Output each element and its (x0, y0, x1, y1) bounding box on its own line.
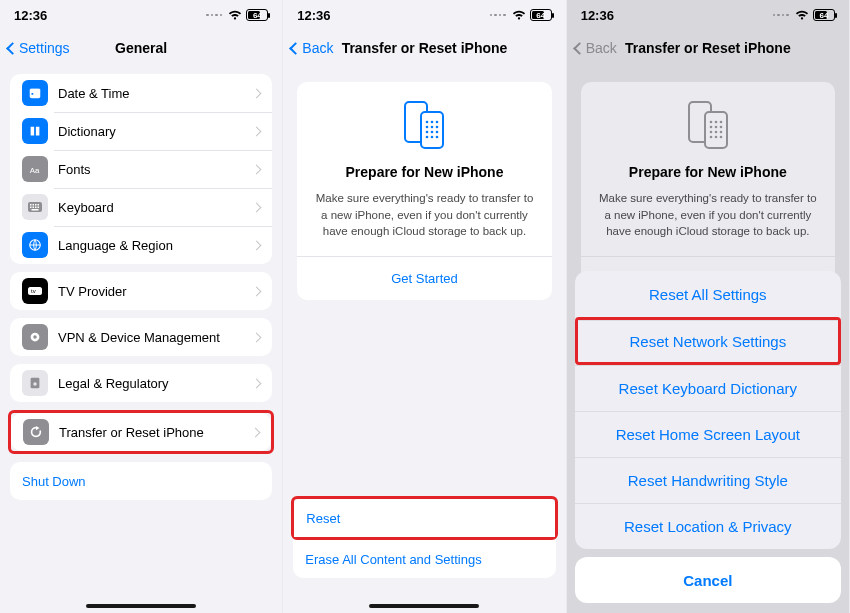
settings-group: tvTV Provider (10, 272, 272, 310)
cell-keyboard[interactable]: Keyboard (10, 188, 272, 226)
cell-fonts[interactable]: AaFonts (10, 150, 272, 188)
nav-bar: Settings General (0, 30, 282, 66)
status-bar: 12:36 64 (0, 0, 282, 30)
cell-language-region[interactable]: Language & Region (10, 226, 272, 264)
svg-point-42 (710, 131, 713, 134)
book-icon (22, 118, 48, 144)
chevron-right-icon (252, 164, 262, 174)
svg-point-33 (436, 136, 439, 139)
svg-point-46 (715, 136, 718, 139)
nav-bar: Back Transfer or Reset iPhone (283, 30, 565, 66)
svg-rect-2 (32, 93, 34, 95)
settings-group: VPN & Device Management (10, 318, 272, 356)
prepare-card: Prepare for New iPhone Make sure everyth… (297, 82, 551, 300)
get-started-button[interactable]: Get Started (311, 257, 537, 300)
svg-point-31 (426, 136, 429, 139)
sheet-option-reset-handwriting-style[interactable]: Reset Handwriting Style (575, 457, 841, 503)
status-time: 12:36 (581, 8, 614, 23)
svg-rect-9 (30, 207, 32, 209)
action-sheet: Reset All SettingsReset Network Settings… (575, 271, 841, 603)
svg-point-30 (436, 131, 439, 134)
svg-point-23 (431, 121, 434, 124)
page-title: General (115, 40, 167, 56)
cell-label: Legal & Regulatory (58, 376, 253, 391)
sheet-option-reset-keyboard-dictionary[interactable]: Reset Keyboard Dictionary (575, 365, 841, 411)
svg-point-28 (426, 131, 429, 134)
cell-label: TV Provider (58, 284, 253, 299)
svg-point-47 (720, 136, 723, 139)
sheet-option-reset-home-screen-layout[interactable]: Reset Home Screen Layout (575, 411, 841, 457)
keyboard-icon (22, 194, 48, 220)
svg-rect-12 (38, 207, 40, 209)
status-bar: 12:36 64 (283, 0, 565, 30)
chevron-right-icon (252, 88, 262, 98)
svg-text:Aa: Aa (30, 166, 40, 175)
cell-label: Dictionary (58, 124, 253, 139)
settings-group: Legal & Regulatory (10, 364, 272, 402)
shut-down-button[interactable]: Shut Down (10, 462, 272, 500)
status-bar: 12:36 64 (567, 0, 849, 30)
highlight-reset: Reset (291, 496, 557, 540)
screen-transfer-or-reset: 12:36 64 Back Transfer or Reset iPhone (283, 0, 566, 613)
status-right: 64 (206, 8, 268, 23)
cellular-icon (490, 14, 506, 17)
cell-label: Language & Region (58, 238, 253, 253)
status-time: 12:36 (14, 8, 47, 23)
cellular-icon (206, 14, 222, 17)
two-phones-icon (595, 100, 821, 150)
reset-button[interactable]: Reset (294, 499, 554, 537)
tv-icon: tv (22, 278, 48, 304)
page-title: Transfer or Reset iPhone (342, 40, 508, 56)
cell-tv-provider[interactable]: tvTV Provider (10, 272, 272, 310)
sheet-option-reset-all-settings[interactable]: Reset All Settings (575, 271, 841, 317)
cell-legal-regulatory[interactable]: Legal & Regulatory (10, 364, 272, 402)
svg-point-24 (436, 121, 439, 124)
cell-label: Fonts (58, 162, 253, 177)
sheet-option-reset-network-settings[interactable]: Reset Network Settings (575, 317, 841, 365)
chevron-right-icon (252, 332, 262, 342)
reset-icon (23, 419, 49, 445)
chevron-right-icon (251, 427, 261, 437)
home-indicator[interactable] (369, 604, 479, 608)
cell-label: Keyboard (58, 200, 253, 215)
screen-general-settings: 12:36 64 Settings General Date & TimeDic… (0, 0, 283, 613)
back-button[interactable]: Back (291, 30, 333, 66)
home-indicator[interactable] (86, 604, 196, 608)
svg-point-25 (426, 126, 429, 129)
globe-icon (22, 232, 48, 258)
svg-rect-7 (35, 204, 37, 206)
status-right: 64 (490, 8, 552, 23)
font-icon: Aa (22, 156, 48, 182)
erase-all-button[interactable]: Erase All Content and Settings (293, 540, 555, 578)
sheet-option-reset-location-privacy[interactable]: Reset Location & Privacy (575, 503, 841, 549)
wifi-icon (228, 8, 242, 23)
cell-date-time[interactable]: Date & Time (10, 74, 272, 112)
svg-rect-35 (705, 112, 727, 148)
prepare-title: Prepare for New iPhone (595, 164, 821, 180)
back-button[interactable]: Settings (8, 30, 70, 66)
content-scroll[interactable]: Date & TimeDictionaryAaFontsKeyboardLang… (0, 66, 282, 613)
prepare-description: Make sure everything's ready to transfer… (311, 190, 537, 240)
content-scroll[interactable]: Prepare for New iPhone Make sure everyth… (283, 66, 565, 613)
calendar-icon (22, 80, 48, 106)
cell-label: Reset (306, 511, 340, 526)
cancel-button[interactable]: Cancel (575, 557, 841, 603)
svg-rect-10 (33, 207, 35, 209)
cell-label: VPN & Device Management (58, 330, 253, 345)
cell-label: Date & Time (58, 86, 253, 101)
cellular-icon (773, 14, 789, 17)
cell-transfer-or-reset-iphone[interactable]: Transfer or Reset iPhone (11, 413, 271, 451)
page-title: Transfer or Reset iPhone (625, 40, 791, 56)
svg-point-39 (710, 126, 713, 129)
screen-reset-action-sheet: 12:36 64 Back Transfer or Reset iPhone (567, 0, 850, 613)
action-sheet-options: Reset All SettingsReset Network Settings… (575, 271, 841, 549)
battery-icon: 64 (246, 9, 268, 21)
svg-rect-5 (30, 204, 32, 206)
chevron-back-icon (573, 42, 586, 55)
svg-point-37 (715, 121, 718, 124)
svg-rect-8 (38, 204, 40, 206)
cell-dictionary[interactable]: Dictionary (10, 112, 272, 150)
cell-vpn-device-management[interactable]: VPN & Device Management (10, 318, 272, 356)
status-time: 12:36 (297, 8, 330, 23)
cell-label: Transfer or Reset iPhone (59, 425, 252, 440)
